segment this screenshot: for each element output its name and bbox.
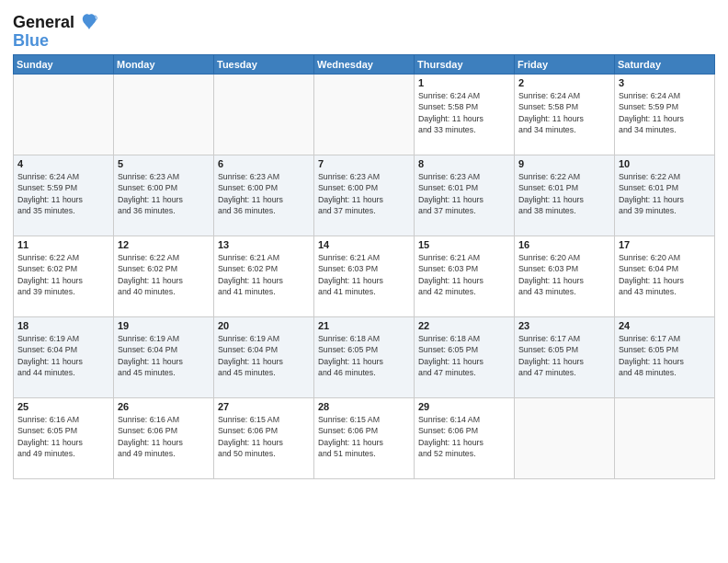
day-info: Sunrise: 6:16 AM Sunset: 6:06 PM Dayligh…: [118, 414, 210, 459]
day-number: 29: [418, 401, 510, 412]
weekday-header-sunday: Sunday: [14, 55, 114, 75]
day-info: Sunrise: 6:15 AM Sunset: 6:06 PM Dayligh…: [318, 414, 410, 459]
calendar-cell: [515, 398, 615, 479]
day-info: Sunrise: 6:24 AM Sunset: 5:58 PM Dayligh…: [418, 90, 510, 135]
calendar-cell: 4Sunrise: 6:24 AM Sunset: 5:59 PM Daylig…: [14, 155, 114, 236]
calendar-cell: [214, 75, 314, 155]
calendar-cell: 25Sunrise: 6:16 AM Sunset: 6:05 PM Dayli…: [14, 398, 114, 479]
calendar-cell: 18Sunrise: 6:19 AM Sunset: 6:04 PM Dayli…: [14, 317, 114, 398]
calendar-cell: 2Sunrise: 6:24 AM Sunset: 5:58 PM Daylig…: [515, 75, 615, 155]
day-number: 17: [619, 239, 711, 250]
header: General Blue: [13, 9, 715, 51]
weekday-header-monday: Monday: [114, 55, 214, 75]
calendar-cell: 9Sunrise: 6:22 AM Sunset: 6:01 PM Daylig…: [515, 155, 615, 236]
weekday-header-row: SundayMondayTuesdayWednesdayThursdayFrid…: [14, 55, 715, 75]
day-number: 23: [518, 320, 610, 331]
calendar-cell: 5Sunrise: 6:23 AM Sunset: 6:00 PM Daylig…: [114, 155, 214, 236]
calendar-cell: 15Sunrise: 6:21 AM Sunset: 6:03 PM Dayli…: [415, 236, 515, 317]
day-info: Sunrise: 6:24 AM Sunset: 5:59 PM Dayligh…: [17, 171, 109, 216]
day-info: Sunrise: 6:19 AM Sunset: 6:04 PM Dayligh…: [17, 333, 109, 378]
calendar-cell: 27Sunrise: 6:15 AM Sunset: 6:06 PM Dayli…: [214, 398, 314, 479]
calendar-cell: 29Sunrise: 6:14 AM Sunset: 6:06 PM Dayli…: [415, 398, 515, 479]
calendar-week-2: 4Sunrise: 6:24 AM Sunset: 5:59 PM Daylig…: [14, 155, 715, 236]
weekday-header-thursday: Thursday: [415, 55, 515, 75]
calendar-cell: [314, 75, 415, 155]
calendar-cell: 8Sunrise: 6:23 AM Sunset: 6:01 PM Daylig…: [415, 155, 515, 236]
weekday-header-friday: Friday: [515, 55, 615, 75]
day-number: 8: [418, 158, 510, 169]
day-info: Sunrise: 6:15 AM Sunset: 6:06 PM Dayligh…: [218, 414, 310, 459]
day-info: Sunrise: 6:22 AM Sunset: 6:02 PM Dayligh…: [17, 252, 109, 297]
day-number: 2: [518, 77, 610, 88]
calendar-cell: 7Sunrise: 6:23 AM Sunset: 6:00 PM Daylig…: [314, 155, 415, 236]
weekday-header-tuesday: Tuesday: [214, 55, 314, 75]
day-number: 10: [619, 158, 711, 169]
calendar-cell: 13Sunrise: 6:21 AM Sunset: 6:02 PM Dayli…: [214, 236, 314, 317]
day-info: Sunrise: 6:22 AM Sunset: 6:02 PM Dayligh…: [118, 252, 210, 297]
day-info: Sunrise: 6:14 AM Sunset: 6:06 PM Dayligh…: [418, 414, 510, 459]
logo-text: General: [13, 13, 97, 33]
day-number: 6: [218, 158, 310, 169]
page: General Blue SundayMondayTuesdayWednesda…: [0, 0, 728, 563]
calendar-cell: 26Sunrise: 6:16 AM Sunset: 6:06 PM Dayli…: [114, 398, 214, 479]
day-number: 20: [218, 320, 310, 331]
calendar-cell: 20Sunrise: 6:19 AM Sunset: 6:04 PM Dayli…: [214, 317, 314, 398]
day-info: Sunrise: 6:20 AM Sunset: 6:04 PM Dayligh…: [619, 252, 711, 297]
calendar-week-3: 11Sunrise: 6:22 AM Sunset: 6:02 PM Dayli…: [14, 236, 715, 317]
day-number: 13: [218, 239, 310, 250]
day-info: Sunrise: 6:23 AM Sunset: 6:00 PM Dayligh…: [318, 171, 410, 216]
day-number: 16: [518, 239, 610, 250]
day-info: Sunrise: 6:23 AM Sunset: 6:00 PM Dayligh…: [218, 171, 310, 216]
day-info: Sunrise: 6:24 AM Sunset: 5:59 PM Dayligh…: [619, 90, 711, 135]
calendar-cell: 14Sunrise: 6:21 AM Sunset: 6:03 PM Dayli…: [314, 236, 415, 317]
calendar-cell: 3Sunrise: 6:24 AM Sunset: 5:59 PM Daylig…: [615, 75, 715, 155]
day-number: 25: [17, 401, 109, 412]
day-number: 4: [17, 158, 109, 169]
day-number: 12: [118, 239, 210, 250]
day-info: Sunrise: 6:18 AM Sunset: 6:05 PM Dayligh…: [418, 333, 510, 378]
day-number: 28: [318, 401, 410, 412]
calendar-cell: 23Sunrise: 6:17 AM Sunset: 6:05 PM Dayli…: [515, 317, 615, 398]
day-number: 9: [518, 158, 610, 169]
day-info: Sunrise: 6:21 AM Sunset: 6:03 PM Dayligh…: [418, 252, 510, 297]
day-info: Sunrise: 6:23 AM Sunset: 6:00 PM Dayligh…: [118, 171, 210, 216]
day-info: Sunrise: 6:22 AM Sunset: 6:01 PM Dayligh…: [619, 171, 711, 216]
day-number: 5: [118, 158, 210, 169]
calendar-week-5: 25Sunrise: 6:16 AM Sunset: 6:05 PM Dayli…: [14, 398, 715, 479]
day-info: Sunrise: 6:19 AM Sunset: 6:04 PM Dayligh…: [218, 333, 310, 378]
day-number: 7: [318, 158, 410, 169]
day-number: 27: [218, 401, 310, 412]
calendar-cell: 6Sunrise: 6:23 AM Sunset: 6:00 PM Daylig…: [214, 155, 314, 236]
weekday-header-wednesday: Wednesday: [314, 55, 415, 75]
calendar-cell: 1Sunrise: 6:24 AM Sunset: 5:58 PM Daylig…: [415, 75, 515, 155]
day-info: Sunrise: 6:20 AM Sunset: 6:03 PM Dayligh…: [518, 252, 610, 297]
calendar-cell: [615, 398, 715, 479]
day-info: Sunrise: 6:16 AM Sunset: 6:05 PM Dayligh…: [17, 414, 109, 459]
day-number: 3: [619, 77, 711, 88]
day-info: Sunrise: 6:17 AM Sunset: 6:05 PM Dayligh…: [518, 333, 610, 378]
day-info: Sunrise: 6:23 AM Sunset: 6:01 PM Dayligh…: [418, 171, 510, 216]
day-number: 15: [418, 239, 510, 250]
logo-bird-icon: [81, 13, 97, 33]
weekday-header-saturday: Saturday: [615, 55, 715, 75]
calendar-cell: 28Sunrise: 6:15 AM Sunset: 6:06 PM Dayli…: [314, 398, 415, 479]
calendar-cell: [114, 75, 214, 155]
calendar-cell: 22Sunrise: 6:18 AM Sunset: 6:05 PM Dayli…: [415, 317, 515, 398]
calendar-cell: 10Sunrise: 6:22 AM Sunset: 6:01 PM Dayli…: [615, 155, 715, 236]
logo: General Blue: [13, 13, 97, 51]
calendar-cell: 17Sunrise: 6:20 AM Sunset: 6:04 PM Dayli…: [615, 236, 715, 317]
day-number: 18: [17, 320, 109, 331]
day-number: 1: [418, 77, 510, 88]
day-info: Sunrise: 6:22 AM Sunset: 6:01 PM Dayligh…: [518, 171, 610, 216]
day-number: 11: [17, 239, 109, 250]
day-info: Sunrise: 6:24 AM Sunset: 5:58 PM Dayligh…: [518, 90, 610, 135]
day-number: 26: [118, 401, 210, 412]
calendar-table: SundayMondayTuesdayWednesdayThursdayFrid…: [13, 54, 715, 479]
day-number: 21: [318, 320, 410, 331]
day-number: 14: [318, 239, 410, 250]
calendar-cell: 12Sunrise: 6:22 AM Sunset: 6:02 PM Dayli…: [114, 236, 214, 317]
calendar-week-4: 18Sunrise: 6:19 AM Sunset: 6:04 PM Dayli…: [14, 317, 715, 398]
day-info: Sunrise: 6:18 AM Sunset: 6:05 PM Dayligh…: [318, 333, 410, 378]
calendar-cell: 19Sunrise: 6:19 AM Sunset: 6:04 PM Dayli…: [114, 317, 214, 398]
day-info: Sunrise: 6:21 AM Sunset: 6:02 PM Dayligh…: [218, 252, 310, 297]
